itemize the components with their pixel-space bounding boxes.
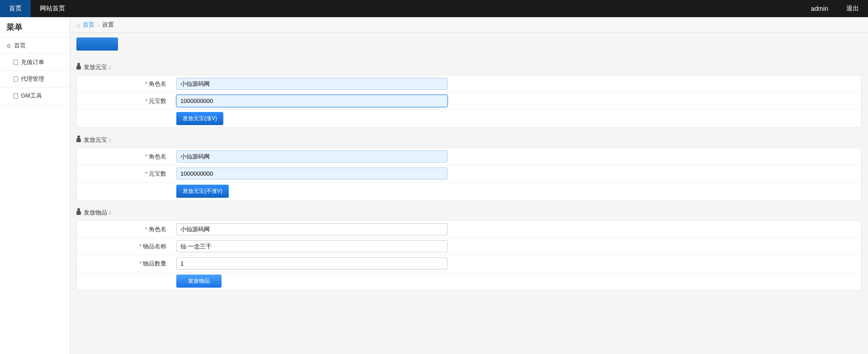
form-label: *元宝数	[77, 93, 172, 109]
form-table: *角色名*物品名称*物品数量发放物品	[76, 220, 862, 290]
input-物品数量[interactable]	[176, 257, 448, 270]
form-table: *角色名*元宝数发放元宝(不涨V)	[76, 148, 862, 200]
form-table: *角色名*元宝数发放元宝(涨V)	[76, 75, 862, 128]
submit-button[interactable]: 发放元宝(不涨V)	[176, 185, 229, 198]
section-header: 发放元宝：	[76, 61, 862, 75]
sidebar-item-agent[interactable]: 代理管理	[0, 71, 70, 88]
input-角色名[interactable]	[176, 150, 448, 163]
form-label-empty	[77, 110, 172, 127]
form-row: *角色名	[77, 221, 861, 238]
sidebar: 菜单 首页 充值订单 代理管理 GM工具	[0, 17, 70, 354]
file-icon	[14, 76, 18, 82]
form-label: *角色名	[77, 221, 172, 238]
nav-logout[interactable]: 退出	[837, 0, 868, 17]
form-row: *物品数量	[77, 255, 861, 272]
form-value	[172, 165, 457, 182]
required-mark: *	[145, 98, 147, 104]
file-icon	[14, 93, 18, 98]
form-label: *物品名称	[77, 238, 172, 255]
person-icon	[76, 65, 81, 70]
label-text: 物品名称	[143, 242, 166, 251]
section-title: 发放元宝：	[84, 136, 113, 144]
gear-icon	[6, 42, 11, 49]
form-label: *元宝数	[77, 165, 172, 182]
required-mark: *	[145, 170, 147, 177]
form-row: *物品名称	[77, 238, 861, 255]
sidebar-root-label: 首页	[14, 42, 26, 50]
topbar: 首页 网站首页 admin 退出	[0, 0, 868, 17]
form-row: *角色名	[77, 75, 861, 93]
input-元宝数[interactable]	[176, 95, 448, 107]
sidebar-title: 菜单	[0, 17, 70, 37]
form-value	[172, 148, 457, 165]
update-zone-button[interactable]: 更新分区	[76, 37, 118, 51]
nav-site[interactable]: 网站首页	[31, 0, 74, 17]
form-value: 发放物品	[172, 272, 457, 290]
breadcrumb-home[interactable]: 首页	[83, 21, 94, 29]
content: 首页 › 设置 更新分区 发放元宝：*角色名*元宝数发放元宝(涨V)发放元宝：*…	[70, 17, 868, 354]
label-text: 角色名	[149, 153, 166, 161]
sidebar-item-recharge[interactable]: 充值订单	[0, 54, 70, 71]
sidebar-item-label: GM工具	[21, 92, 42, 100]
required-mark: *	[145, 80, 147, 87]
breadcrumb-current: 设置	[102, 21, 114, 29]
label-text: 物品数量	[143, 260, 166, 268]
form-value	[172, 75, 457, 92]
label-text: 元宝数	[149, 97, 166, 105]
submit-button[interactable]: 发放物品	[176, 275, 222, 288]
nav-home[interactable]: 首页	[0, 0, 31, 17]
form-label: *物品数量	[77, 255, 172, 272]
form-row-button: 发放物品	[77, 272, 861, 290]
submit-button[interactable]: 发放元宝(涨V)	[176, 112, 223, 125]
required-mark: *	[139, 243, 142, 250]
label-text: 元宝数	[149, 170, 166, 178]
form-value	[172, 221, 457, 238]
form-label: *角色名	[77, 148, 172, 165]
file-icon	[14, 60, 18, 65]
form-row-button: 发放元宝(涨V)	[77, 110, 861, 127]
form-value	[172, 238, 457, 255]
label-text: 角色名	[149, 80, 166, 88]
required-mark: *	[145, 153, 147, 160]
form-row: *角色名	[77, 148, 861, 165]
label-text: 角色名	[149, 225, 166, 233]
form-value: 发放元宝(涨V)	[172, 110, 457, 127]
sidebar-item-gm[interactable]: GM工具	[0, 88, 70, 104]
form-value: 发放元宝(不涨V)	[172, 182, 457, 200]
nav-user[interactable]: admin	[802, 0, 837, 17]
sidebar-root[interactable]: 首页	[0, 37, 70, 54]
form-label-empty	[77, 272, 172, 290]
input-角色名[interactable]	[176, 223, 448, 235]
input-元宝数[interactable]	[176, 168, 448, 180]
form-row: *元宝数	[77, 165, 861, 182]
form-row-button: 发放元宝(不涨V)	[77, 182, 861, 200]
breadcrumb: 首页 › 设置	[70, 17, 868, 33]
breadcrumb-sep: ›	[97, 22, 99, 28]
content-inner: 更新分区 发放元宝：*角色名*元宝数发放元宝(涨V)发放元宝：*角色名*元宝数发…	[70, 33, 868, 300]
section-title: 发放物品：	[84, 209, 113, 217]
form-label: *角色名	[77, 75, 172, 92]
person-icon	[76, 210, 81, 215]
input-角色名[interactable]	[176, 78, 448, 90]
sidebar-item-label: 充值订单	[21, 58, 44, 66]
home-icon	[76, 21, 80, 28]
topbar-right: admin 退出	[802, 0, 868, 17]
form-value	[172, 93, 457, 109]
form-row: *元宝数	[77, 93, 861, 110]
topbar-left: 首页 网站首页	[0, 0, 74, 17]
form-label-empty	[77, 182, 172, 200]
required-mark: *	[145, 226, 147, 233]
person-icon	[76, 138, 81, 142]
sidebar-item-label: 代理管理	[21, 75, 44, 83]
form-value	[172, 255, 457, 272]
section-header: 发放元宝：	[76, 133, 862, 148]
section-header: 发放物品：	[76, 206, 862, 220]
input-物品名称[interactable]	[176, 240, 448, 252]
required-mark: *	[139, 260, 142, 267]
section-title: 发放元宝：	[84, 63, 113, 71]
